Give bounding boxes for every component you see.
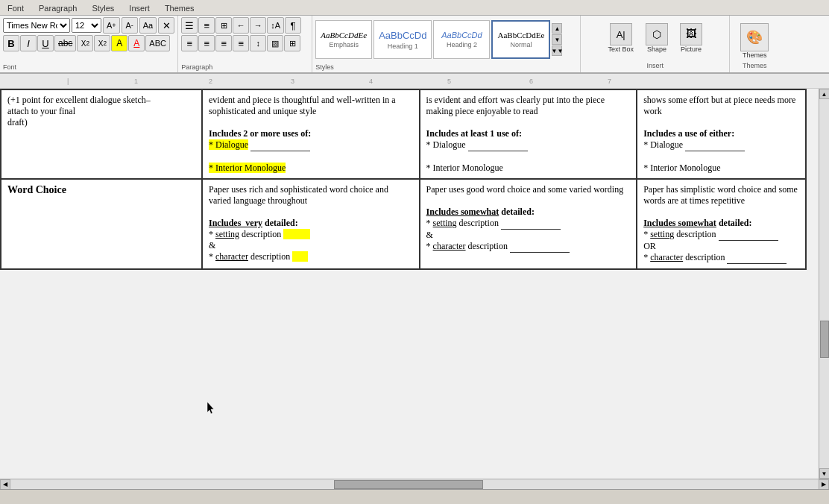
outdent-btn[interactable]: ←	[233, 17, 249, 34]
mouse-cursor	[207, 402, 216, 418]
cell-col4-row1: shows some effort but at piece needs mor…	[637, 89, 806, 179]
font-section: Times New Roman 12 A+ A- Aa ✕ B I U abc …	[0, 16, 178, 72]
borders-btn[interactable]: ⊞	[284, 35, 300, 51]
style-heading2[interactable]: AaBbCcDd Heading 2	[433, 20, 490, 59]
col4-row2-char-desc: description	[683, 252, 727, 262]
tab-paragraph[interactable]: Paragraph	[31, 1, 84, 15]
col2-row2-main: Paper uses rich and sophisticated word c…	[209, 184, 388, 206]
styles-up-btn[interactable]: ▲	[552, 23, 562, 34]
col2-row2-char-prefix: *	[209, 251, 215, 262]
hscroll-thumb[interactable]	[334, 480, 483, 489]
tab-font[interactable]: Font	[0, 1, 31, 15]
hscroll-track[interactable]	[10, 479, 819, 489]
cell-col3-row1: is evident and effort was clearly put in…	[420, 89, 637, 179]
scroll-right-btn[interactable]: ▶	[819, 479, 829, 490]
tab-themes[interactable]: Themes	[157, 1, 202, 15]
clear-format-btn[interactable]: ✕	[158, 17, 174, 34]
style-heading2-text: AaBbCcDd	[438, 31, 485, 40]
style-normal[interactable]: AaBbCcDdEe Normal	[491, 20, 550, 59]
row1-col4-dialogue: * Dialogue	[643, 139, 683, 150]
col3-row2-char-prefix: *	[426, 241, 433, 251]
styles-section: AaBbCcDdEe Emphasis AaBbCcDd Heading 1 A…	[312, 16, 581, 72]
underline-btn[interactable]: U	[37, 35, 54, 51]
tab-insert[interactable]: Insert	[122, 1, 157, 15]
numbering-btn[interactable]: ≡	[198, 17, 215, 34]
styles-scroll-btn[interactable]: ▲ ▼ ▼▼	[552, 23, 562, 56]
row1-col4-intro: shows some effort but at piece needs mor…	[643, 95, 795, 116]
col4-row2-char-prefix: *	[643, 252, 650, 262]
cell-col4-row2: Paper has simplistic word choice and som…	[637, 179, 806, 269]
col2-row2-char-desc: description	[248, 251, 292, 262]
show-marks-btn[interactable]: ¶	[285, 17, 301, 34]
vertical-scrollbar[interactable]: ▲ ▼	[819, 89, 829, 479]
underline-icon: U	[42, 38, 48, 49]
subscript-btn[interactable]: X2	[77, 35, 93, 51]
col4-row2-main: Paper has simplistic word choice and som…	[643, 184, 798, 206]
scroll-left-btn[interactable]: ◀	[0, 479, 10, 490]
font-grow-btn[interactable]: A+	[103, 17, 120, 34]
row1-col2-header: Includes 2 or more uses of:	[209, 128, 311, 139]
col3-row2-includes2: detailed:	[501, 207, 535, 217]
superscript-btn[interactable]: X2	[94, 35, 110, 51]
style-normal-text: AaBbCcDdEe	[497, 31, 544, 40]
vscroll-thumb[interactable]	[820, 321, 829, 358]
picture-big-btn[interactable]: 🖼 Picture	[675, 22, 707, 54]
multilevel-btn[interactable]: ⊞	[215, 17, 232, 34]
themes-big-btn[interactable]: 🎨 Themes	[736, 22, 773, 60]
col2-row2-amp: &	[209, 240, 215, 251]
font-size-select[interactable]: 12	[72, 18, 101, 33]
font-select[interactable]: Times New Roman	[3, 18, 70, 33]
horizontal-scrollbar[interactable]: ◀ ▶	[0, 479, 829, 489]
col4-row2-or: OR	[643, 241, 656, 251]
main-content: (+1 point for excellent dialogue sketch–…	[0, 89, 829, 479]
style-emphasis[interactable]: AaBbCcDdEe Emphasis	[315, 20, 372, 59]
page-area: (+1 point for excellent dialogue sketch–…	[0, 89, 819, 479]
indent-btn[interactable]: →	[250, 17, 266, 34]
col2-row2-setting-blank	[283, 229, 310, 239]
bold-icon: B	[7, 38, 14, 49]
align-left-btn[interactable]: ≡	[181, 35, 198, 51]
text-box-big-btn[interactable]: A| Text Box	[603, 22, 638, 54]
col4-row2-char: character	[650, 252, 683, 262]
picture-icon: 🖼	[680, 23, 702, 45]
style-heading1[interactable]: AaBbCcDd Heading 1	[373, 20, 432, 59]
styles-down-btn[interactable]: ▼	[552, 34, 562, 45]
row1-col3-intro: is evident and effort was clearly put in…	[426, 95, 605, 116]
scroll-up-btn[interactable]: ▲	[819, 89, 830, 99]
col2-row2-char: character	[215, 251, 248, 262]
highlight-btn[interactable]: A	[111, 35, 127, 51]
shading-btn[interactable]: ▧	[267, 35, 283, 51]
tab-styles[interactable]: Styles	[84, 1, 122, 15]
styles-expand-btn[interactable]: ▼▼	[552, 45, 562, 56]
vscroll-track[interactable]	[819, 99, 829, 468]
row1-col2-dialogue-blank	[250, 139, 310, 151]
themes-label: Themes	[743, 51, 767, 59]
themes-section-label: Themes	[743, 60, 767, 69]
justify-btn[interactable]: ≡	[233, 35, 249, 51]
col2-row2-setting-prefix: *	[209, 229, 215, 239]
cell-col1-row1: (+1 point for excellent dialogue sketch–…	[1, 89, 202, 179]
font-color-btn[interactable]: A	[128, 35, 145, 51]
line-spacing-btn[interactable]: ↕	[250, 35, 266, 51]
style-emphasis-text: AaBbCcDdEe	[321, 31, 367, 40]
italic-btn[interactable]: I	[20, 35, 37, 51]
sort-btn[interactable]: ↕A	[267, 17, 284, 34]
strikethrough-btn[interactable]: abc	[54, 35, 76, 51]
font-case-btn[interactable]: Aa	[139, 17, 157, 34]
bold-btn[interactable]: B	[3, 35, 19, 51]
font-shrink-btn[interactable]: A-	[122, 17, 138, 34]
col3-row2-char-desc: description	[466, 241, 510, 251]
bullets-btn[interactable]: ☰	[181, 17, 198, 34]
paragraph-section: ☰ ≡ ⊞ ← → ↕A ¶ ≡ ≡ ≡ ≡ ↕ ▧ ⊞ Paragraph	[178, 16, 312, 72]
align-center-btn[interactable]: ≡	[198, 35, 215, 51]
status-bar	[0, 489, 829, 504]
char-shading-btn[interactable]: ABC	[145, 35, 170, 51]
scroll-down-btn[interactable]: ▼	[819, 468, 830, 479]
themes-icon: 🎨	[740, 23, 769, 51]
shape-big-btn[interactable]: ⬡ Shape	[641, 22, 672, 54]
ruler: | 1 2 3 4 5 6 7	[0, 74, 829, 89]
col3-row2-setting: setting	[433, 218, 457, 228]
col2-row2-setting: setting	[215, 229, 239, 239]
align-right-btn[interactable]: ≡	[215, 35, 232, 51]
app-window: Font Paragraph Styles Insert Themes Time…	[0, 0, 829, 504]
